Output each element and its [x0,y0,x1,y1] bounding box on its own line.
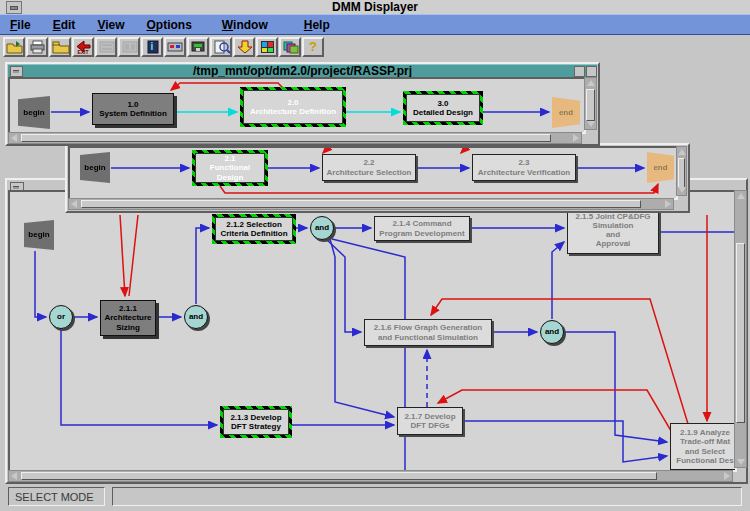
disabled-icon-b [118,37,140,57]
disk-icon[interactable] [187,37,209,57]
level2-hscroll-thumb[interactable] [81,200,641,208]
menu-options[interactable]: Options [147,18,192,32]
menu-view[interactable]: View [97,18,124,32]
node-2-1[interactable]: 2.1 Functional Design [192,150,268,186]
scroll-down-icon[interactable] [587,121,595,127]
exit-icon[interactable]: EXIT [72,37,94,57]
node-or[interactable]: or [49,305,73,329]
scroll-left-icon[interactable] [11,134,17,142]
status-mode-label: SELECT MODE [15,491,94,503]
node-and-3[interactable]: and [540,320,564,344]
node-3-0[interactable]: 3.0 Detailed Design [403,91,483,125]
scroll-up-icon[interactable] [737,193,745,199]
node-end-l1[interactable]: end [552,97,580,128]
main-vscroll-thumb[interactable] [736,243,745,423]
minimize-icon [13,186,19,189]
print-icon[interactable] [26,37,48,57]
scroll-right-icon[interactable] [665,200,671,208]
project-window-maximize-button[interactable] [586,66,597,77]
scroll-right-icon[interactable] [573,134,579,142]
main-vertical-scrollbar[interactable] [734,190,747,468]
window-menu-icon [10,6,18,10]
project-horizontal-scrollbar[interactable] [8,132,582,144]
color-grid-icon[interactable] [256,37,278,57]
scroll-left-icon[interactable] [11,472,17,480]
help-icon[interactable]: ? [302,37,324,57]
menubar: File Edit View Options Window Help [0,14,750,35]
level2-horizontal-scrollbar[interactable] [68,198,674,210]
node-and-1[interactable]: and [184,305,208,329]
device-icon[interactable] [164,37,186,57]
status-mode-box: SELECT MODE [8,487,105,506]
dmm-displayer-app: { "titlebar": { "title": "DMM Displayer"… [0,0,750,511]
disabled-icon-a [95,37,117,57]
window-menu-icon [13,70,19,73]
status-message-box [112,487,742,506]
node-2-1-3[interactable]: 2.1.3 Develop DFT Strategy [220,406,292,438]
scroll-up-icon[interactable] [678,149,686,155]
exit-label: EXIT [74,39,92,55]
node-2-1-7[interactable]: 2.1.7 Develop DFT DFGs [397,407,463,435]
main-horizontal-scrollbar[interactable] [8,470,733,482]
node-2-0[interactable]: 2.0 Architecture Definition [240,87,346,127]
scroll-left-icon[interactable] [71,200,77,208]
node-2-3[interactable]: 2.3 Architecture Verification [472,154,576,181]
node-2-2[interactable]: 2.2 Architecture Selection [322,154,416,181]
info-icon[interactable]: i [141,37,163,57]
node-begin[interactable]: begin [24,220,54,250]
project-window-menu-button[interactable] [10,66,23,77]
open-folder-icon[interactable] [3,37,25,57]
node-2-1-2[interactable]: 2.1.2 Selection Criteria Definition [212,214,296,244]
menu-edit[interactable]: Edit [53,18,76,32]
help-glyph: ? [304,39,322,55]
node-2-1-4[interactable]: 2.1.4 Command Program Development [374,216,470,241]
node-2-1-9[interactable]: 2.1.9 Analyze Trade-off Mat and Select F… [670,423,737,470]
scroll-down-icon[interactable] [678,187,686,193]
node-2-1-5[interactable]: 2.1.5 Joint CP&DFG Simulation and Approv… [567,206,659,254]
project-vertical-scrollbar[interactable] [584,77,597,130]
node-begin-l2[interactable]: begin [80,152,110,183]
level2-vscroll-thumb[interactable] [678,158,685,188]
scroll-up-icon[interactable] [587,80,595,86]
window-title: DMM Displayer [332,0,418,14]
level2-vertical-scrollbar[interactable] [676,146,687,196]
info-glyph: i [143,39,161,55]
node-end-l2[interactable]: end [647,152,674,183]
node-begin-l1[interactable]: begin [18,96,50,129]
window-menu-button[interactable] [6,1,22,14]
project-canvas[interactable]: begin 1.0 System Definition 2.0 Architec… [8,77,586,134]
main-hscroll-thumb[interactable] [21,472,657,480]
project-hscroll-thumb[interactable] [21,134,551,142]
project-window: /tmp_mnt/opt/dm2.0/project/RASSP.prj beg… [5,62,600,146]
node-and-2[interactable]: and [310,216,334,240]
node-1-0[interactable]: 1.0 System Definition [92,93,174,125]
level2-canvas[interactable]: begin 2.1 Functional Design 2.2 Architec… [68,146,678,200]
main-canvas[interactable]: begin or 2.1.1 Architecture Sizing and 2… [8,190,737,472]
node-2-1-1[interactable]: 2.1.1 Architecture Sizing [100,300,156,336]
window-titlebar[interactable]: DMM Displayer [0,0,750,15]
functional-design-window: begin 2.1 Functional Design 2.2 Architec… [65,143,690,213]
project-path-title: /tmp_mnt/opt/dm2.0/project/RASSP.prj [193,64,412,78]
copy-stack-icon[interactable] [279,37,301,57]
menu-help[interactable]: Help [304,18,330,32]
scroll-right-icon[interactable] [724,472,730,480]
search-document-icon[interactable] [210,37,232,57]
scroll-down-icon[interactable] [737,459,745,465]
down-arrow-icon[interactable] [233,37,255,57]
project-window-minimize-button[interactable] [574,66,585,77]
project-vscroll-thumb[interactable] [586,89,595,121]
menu-window[interactable]: Window [222,18,268,32]
new-folder-icon[interactable] [49,37,71,57]
node-2-1-6[interactable]: 2.1.6 Flow Graph Generation and Function… [364,319,492,346]
menu-file[interactable]: File [10,18,31,32]
toolbar: EXIT i ? [0,35,750,58]
main-canvas-window: begin or 2.1.1 Architecture Sizing and 2… [5,178,748,484]
